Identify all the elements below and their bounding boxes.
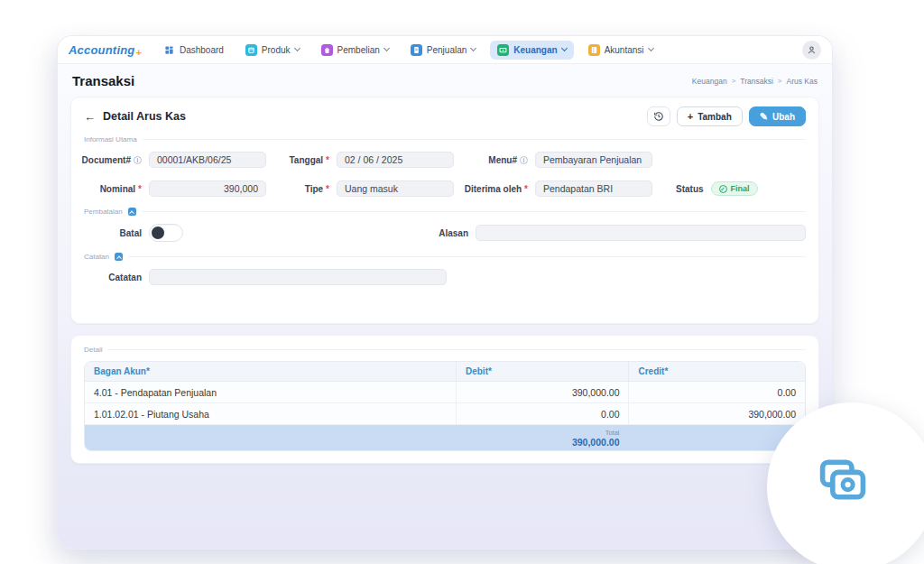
table-row: 4.01 - Pendapatan Penjualan 390,000.00 0…: [85, 382, 805, 403]
screenshot-overlay-button[interactable]: [767, 402, 924, 564]
breadcrumb-separator: >: [732, 77, 736, 85]
history-button[interactable]: [647, 106, 670, 126]
tanggal-label: Tanggal *: [273, 155, 329, 165]
person-icon: [807, 45, 817, 55]
top-nav: Accounting + Dashboard Produk Pembelian: [58, 36, 832, 64]
app-logo[interactable]: Accounting +: [69, 43, 142, 57]
check-circle-icon: ✓: [719, 185, 727, 193]
diterima-oleh-label: Diterima oleh *: [461, 184, 528, 194]
chevron-down-icon: [383, 45, 390, 51]
nominal-label: Nominal *: [84, 184, 142, 194]
tipe-input[interactable]: [337, 180, 454, 197]
chevron-down-icon: [470, 45, 476, 51]
nav-label: Akuntansi: [605, 45, 644, 55]
breadcrumb: Keuangan > Transaksi > Arus Kas: [692, 77, 818, 86]
nav-item-keuangan[interactable]: Keuangan: [490, 41, 573, 60]
pembelian-icon: [321, 44, 333, 56]
diterima-oleh-input[interactable]: [535, 180, 652, 197]
section-label: Catatan: [84, 253, 109, 261]
document-label: Document# i: [84, 155, 142, 165]
tanggal-input[interactable]: [337, 152, 454, 168]
section-divider: [142, 211, 806, 212]
cell-akun: 4.01 - Pendapatan Penjualan: [85, 382, 456, 403]
cell-credit: 390,000.00: [628, 403, 805, 425]
nav-label: Penjualan: [427, 45, 467, 55]
breadcrumb-arus-kas: Arus Kas: [787, 77, 818, 86]
batal-label: Batal: [84, 228, 142, 238]
camera-icon: [813, 457, 873, 507]
nav-label: Pembelian: [337, 45, 380, 55]
table-total-row: Total 390,000.00: [85, 425, 805, 450]
toggle-knob: [152, 227, 164, 239]
back-arrow-icon[interactable]: ←: [84, 111, 96, 123]
status-field: Status ✓ Final: [660, 181, 806, 196]
nav-item-akuntansi[interactable]: Akuntansi: [581, 41, 661, 60]
detail-card: ← Detail Arus Kas + Tambah ✎ Ubah: [70, 97, 819, 324]
breadcrumb-transaksi[interactable]: Transaksi: [740, 77, 773, 86]
nav-item-pembelian[interactable]: Pembelian: [314, 41, 396, 60]
chevron-down-icon: [294, 45, 300, 51]
catatan-row: Catatan: [84, 269, 806, 285]
chevron-down-icon: [648, 45, 654, 51]
nav-label: Dashboard: [180, 45, 224, 55]
plus-icon: +: [688, 112, 693, 122]
section-catatan: Catatan: [84, 253, 806, 261]
menu-input[interactable]: [535, 152, 652, 168]
cell-debit: 0.00: [456, 403, 629, 425]
document-input[interactable]: [149, 152, 266, 168]
info-icon: i: [134, 156, 142, 164]
batal-toggle[interactable]: [149, 224, 183, 242]
section-pembatalan: Pembatalan: [84, 208, 806, 216]
nav-label: Produk: [262, 45, 291, 55]
user-avatar[interactable]: [802, 41, 821, 60]
header-debit: Debit*: [456, 362, 629, 382]
status-label: Status: [676, 184, 704, 194]
collapse-icon[interactable]: [115, 253, 123, 261]
detail-actions: + Tambah ✎ Ubah: [647, 106, 806, 126]
catatan-input[interactable]: [149, 269, 447, 285]
total-value: 390,000.00: [465, 437, 620, 448]
informasi-form: Document# i Tanggal * Menu# i Nominal: [84, 152, 806, 197]
page-header: Transaksi Keuangan > Transaksi > Arus Ka…: [70, 64, 819, 97]
tambah-label: Tambah: [698, 112, 732, 122]
ubah-button[interactable]: ✎ Ubah: [749, 106, 806, 126]
section-informasi-utama: Informasi Utama: [84, 135, 806, 143]
tambah-button[interactable]: + Tambah: [677, 106, 743, 126]
section-label: Detail: [84, 346, 102, 354]
nav-item-penjualan[interactable]: Penjualan: [403, 41, 483, 60]
detail-table: Bagan Akun* Debit* Credit* 4.01 - Pendap…: [84, 361, 806, 451]
section-detail: Detail: [84, 346, 806, 354]
tipe-label: Tipe *: [273, 184, 329, 194]
penjualan-icon: [411, 44, 422, 56]
nav-item-dashboard[interactable]: Dashboard: [156, 41, 231, 60]
detail-table-card: Detail Bagan Akun* Debit* Credit* 4.01 -…: [70, 335, 819, 464]
total-cell: Total 390,000.00: [456, 425, 629, 450]
dashboard-icon: [163, 44, 175, 56]
breadcrumb-keuangan[interactable]: Keuangan: [692, 77, 727, 86]
produk-icon: [245, 44, 257, 56]
page-content: Transaksi Keuangan > Transaksi > Arus Ka…: [58, 64, 832, 549]
detail-card-header: ← Detail Arus Kas + Tambah ✎ Ubah: [84, 106, 806, 126]
detail-title: Detail Arus Kas: [103, 110, 186, 123]
section-divider: [128, 256, 806, 257]
table-header-row: Bagan Akun* Debit* Credit*: [85, 362, 805, 382]
pencil-icon: ✎: [760, 112, 768, 122]
cell-credit: 0.00: [628, 382, 805, 403]
pembatalan-row: Batal Alasan: [84, 224, 806, 242]
collapse-icon[interactable]: [128, 208, 136, 216]
keuangan-icon: [497, 44, 509, 56]
section-divider: [143, 139, 806, 140]
nominal-input[interactable]: [149, 180, 266, 197]
cell-debit: 390,000.00: [456, 382, 629, 403]
akuntansi-icon: [588, 44, 600, 56]
menu-label: Menu# i: [461, 155, 528, 165]
alasan-input[interactable]: [476, 225, 806, 241]
total-label: Total: [465, 429, 620, 437]
section-divider: [107, 349, 806, 350]
ubah-label: Ubah: [772, 112, 795, 122]
catatan-label: Catatan: [84, 273, 142, 282]
nav-item-produk[interactable]: Produk: [238, 41, 307, 60]
table-row: 1.01.02.01 - Piutang Usaha 0.00 390,000.…: [85, 403, 805, 425]
header-credit: Credit*: [628, 362, 805, 382]
breadcrumb-separator: >: [778, 77, 782, 85]
